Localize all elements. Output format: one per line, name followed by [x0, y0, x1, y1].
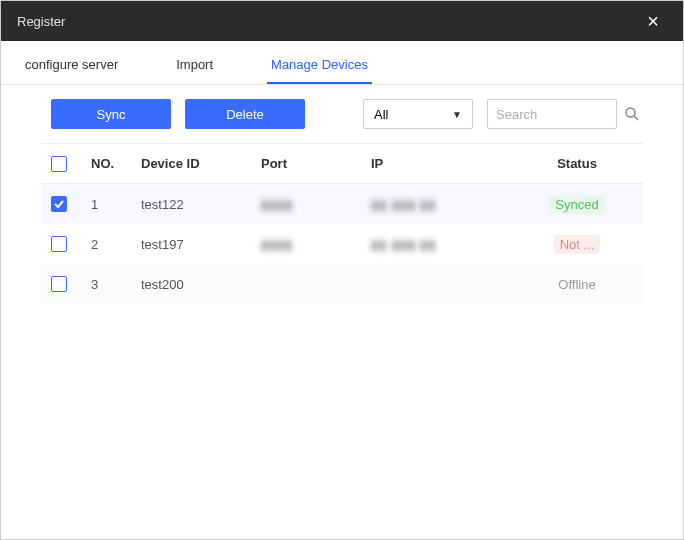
delete-button[interactable]: Delete	[185, 99, 305, 129]
cell-device-id: test200	[141, 277, 261, 292]
search-icon[interactable]	[621, 103, 643, 125]
col-no: NO.	[91, 156, 141, 171]
chevron-down-icon: ▼	[452, 109, 462, 120]
status-badge: Not ...	[554, 235, 601, 254]
cell-device-id: test197	[141, 237, 261, 252]
cell-status: Synced	[521, 195, 633, 214]
svg-line-1	[634, 116, 638, 120]
window-title: Register	[17, 14, 65, 29]
device-table: NO. Device ID Port IP Status 1 test122 ▮…	[41, 143, 643, 304]
tabs: configure server Import Manage Devices	[1, 41, 683, 85]
row-checkbox[interactable]	[51, 196, 67, 212]
toolbar: Sync Delete All ▼	[1, 85, 683, 139]
cell-no: 3	[91, 277, 141, 292]
status-filter-value: All	[374, 107, 388, 122]
table-header: NO. Device ID Port IP Status	[41, 144, 643, 184]
search-input[interactable]	[487, 99, 617, 129]
table-row[interactable]: 2 test197 ▮▮▮▮ ▮▮ ▮▮▮ ▮▮ Not ...	[41, 224, 643, 264]
row-checkbox[interactable]	[51, 236, 67, 252]
cell-ip: ▮▮ ▮▮▮ ▮▮	[371, 237, 521, 252]
tab-manage-devices[interactable]: Manage Devices	[267, 47, 372, 84]
table-row[interactable]: 3 test200 Offline	[41, 264, 643, 304]
col-ip: IP	[371, 156, 521, 171]
sync-button[interactable]: Sync	[51, 99, 171, 129]
search-wrap	[487, 99, 643, 129]
status-filter-select[interactable]: All ▼	[363, 99, 473, 129]
titlebar: Register ×	[1, 1, 683, 41]
tab-configure-server[interactable]: configure server	[21, 47, 122, 84]
cell-status: Not ...	[521, 235, 633, 254]
cell-no: 1	[91, 197, 141, 212]
col-device-id: Device ID	[141, 156, 261, 171]
tab-import[interactable]: Import	[172, 47, 217, 84]
close-icon[interactable]: ×	[639, 7, 667, 35]
cell-port: ▮▮▮▮	[261, 237, 371, 252]
cell-device-id: test122	[141, 197, 261, 212]
status-badge: Offline	[552, 275, 601, 294]
row-checkbox[interactable]	[51, 276, 67, 292]
select-all-checkbox[interactable]	[51, 156, 67, 172]
col-port: Port	[261, 156, 371, 171]
cell-port: ▮▮▮▮	[261, 197, 371, 212]
col-status: Status	[521, 156, 633, 171]
cell-ip: ▮▮ ▮▮▮ ▮▮	[371, 197, 521, 212]
cell-no: 2	[91, 237, 141, 252]
cell-status: Offline	[521, 275, 633, 294]
svg-point-0	[626, 108, 635, 117]
table-row[interactable]: 1 test122 ▮▮▮▮ ▮▮ ▮▮▮ ▮▮ Synced	[41, 184, 643, 224]
status-badge: Synced	[549, 195, 604, 214]
